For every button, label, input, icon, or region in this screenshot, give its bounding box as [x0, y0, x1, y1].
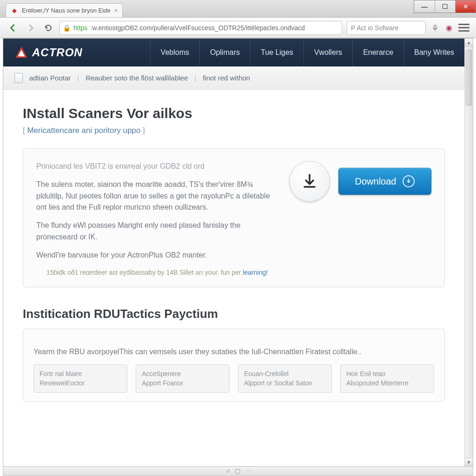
card-0[interactable]: Fortr nal Maire RevieweiEoctor: [33, 364, 127, 393]
brand-text: ACTRON: [32, 46, 83, 59]
window-controls: ― ☐ ✕: [414, 0, 476, 13]
scroll-down-button[interactable]: ▼: [465, 458, 473, 466]
scroll-up-button[interactable]: ▲: [465, 39, 473, 47]
card-1-line1: AcceSpenere: [142, 370, 224, 379]
nav-item-3[interactable]: Vwollers: [304, 39, 352, 66]
download-group: Download: [289, 161, 431, 202]
card-1-line2: Apport Foanor: [142, 379, 224, 388]
page: ACTRON Vebloms Oplimars Tue Liges Vwolle…: [3, 39, 464, 466]
crumb-b[interactable]: Reauber soto the flöst wallilablee: [86, 74, 188, 82]
panel-footnote-link[interactable]: learning!: [243, 269, 268, 276]
download-button-label: Download: [355, 176, 397, 187]
download-button[interactable]: Download: [338, 168, 431, 195]
main-content: INstall Scaners Vor ailkos Mericattencar…: [3, 90, 464, 411]
section2-note: Yearm the RBU avorpoyelThis can vemsels …: [33, 348, 434, 356]
card-row: Fortr nal Maire RevieweiEoctor AcceSpene…: [33, 364, 434, 393]
card-2-line2: Alpport or Socltal Saton: [244, 379, 326, 388]
brand-logo[interactable]: ACTRON: [3, 39, 94, 66]
maximize-button[interactable]: ☐: [435, 0, 455, 13]
download-circle-icon[interactable]: [289, 161, 330, 202]
nav-item-0[interactable]: Vebloms: [150, 39, 199, 66]
nav-item-1[interactable]: Oplimars: [199, 39, 250, 66]
download-panel: Priniocand les VBIT2 is enwreal your GDB…: [23, 148, 445, 287]
url-text: :w.entiostgpOB2.com/pulleraiVvelFsuccess…: [90, 24, 339, 32]
scroll-thumb[interactable]: [466, 50, 472, 106]
reload-button[interactable]: [42, 21, 55, 34]
forward-button[interactable]: [24, 21, 37, 34]
menu-button[interactable]: [458, 24, 469, 32]
page-viewport: ACTRON Vebloms Oplimars Tue Liges Vwolle…: [3, 38, 473, 467]
crumb-a[interactable]: adtian Pootar: [29, 74, 71, 82]
card-3-line2: Alsopouted Miterterre: [346, 379, 428, 388]
card-3-line1: Hoir Enil teao: [346, 370, 428, 379]
search-placeholder: P Act io Sofware: [351, 24, 398, 32]
vertical-scrollbar[interactable]: ▲ ▼: [464, 39, 473, 466]
panel-lead: Priniocand les VBIT2 is enwreal your GDB…: [36, 161, 278, 172]
card-2[interactable]: Eouan-Crelollel Alpport or Socltal Saton: [238, 364, 332, 393]
status-icon-1: ⤢: [226, 468, 230, 474]
card-2-line1: Eouan-Crelollel: [244, 370, 326, 379]
url-protocol: https: [73, 24, 87, 32]
arrow-right-icon: [26, 23, 35, 33]
page-subtitle: Mericattencare ani poritory uppo: [23, 126, 445, 135]
card-3[interactable]: Hoir Enil teao Alsopouted Miterterre: [340, 364, 434, 393]
status-icon-3: ⋯: [245, 468, 250, 474]
logo-triangle-icon: [14, 46, 28, 60]
section2-title: Institication RDUTactics Payctium: [23, 307, 445, 321]
download-small-icon: [403, 175, 415, 187]
panel-p1: The sulens moter, siainon the moaritte a…: [36, 179, 278, 213]
status-icon-2: ◯: [235, 468, 240, 474]
card-0-line2: RevieweiEoctor: [40, 379, 121, 388]
status-bar: ⤢ ◯ ⋯: [3, 467, 473, 476]
scroll-track[interactable]: [465, 47, 473, 458]
back-button[interactable]: [7, 21, 20, 34]
panel-p3: Wendî're barvause for your ActronPlus OB…: [36, 250, 278, 261]
tab-title: Entiloer,/Y Naus sone bryon Eide: [22, 7, 111, 14]
panel-footnote: 15bidk oð1 reœrdeer ast eydibassaby by 1…: [36, 268, 278, 278]
site-header: ACTRON Vebloms Oplimars Tue Liges Vwolle…: [3, 39, 464, 66]
breadcrumb-bar: adtian Pootar | Reauber soto the flöst w…: [3, 66, 464, 90]
nav-item-4[interactable]: Enerarce: [352, 39, 403, 66]
download-arrow-icon: [300, 172, 319, 191]
browser-toolbar: 🔒 https :w.entiostgpOB2.com/pulleraiVvel…: [0, 18, 476, 38]
tab-close-icon[interactable]: ×: [114, 7, 118, 14]
section2-panel: Yearm the RBU avorpoyelThis can vemsels …: [23, 329, 445, 402]
crumb-c[interactable]: finot red withon: [203, 74, 250, 82]
crumb-sep-1: |: [77, 74, 79, 82]
page-icon: [14, 73, 23, 83]
url-bar[interactable]: 🔒 https :w.entiostgpOB2.com/pulleraiVvel…: [60, 21, 342, 35]
browser-search-box[interactable]: P Act io Sofware: [347, 21, 426, 35]
reload-icon: [44, 23, 53, 33]
extension-icon[interactable]: ◉: [444, 23, 454, 33]
close-window-button[interactable]: ✕: [455, 0, 476, 13]
panel-footnote-text: 15bidk oð1 reœrdeer ast eydibassaby by 1…: [46, 269, 241, 276]
nav-item-2[interactable]: Tue Liges: [250, 39, 304, 66]
card-0-line1: Fortr nal Maire: [40, 370, 121, 379]
nav-item-5[interactable]: Bany Writes: [403, 39, 464, 66]
lock-icon: 🔒: [63, 24, 71, 32]
mic-icon[interactable]: [430, 23, 440, 33]
minimize-button[interactable]: ―: [414, 0, 435, 13]
browser-tab[interactable]: ◆ Entiloer,/Y Naus sone bryon Eide ×: [6, 3, 123, 17]
favicon-icon: ◆: [11, 7, 18, 14]
panel-text: Priniocand les VBIT2 is enwreal your GDB…: [36, 161, 278, 278]
arrow-left-icon: [8, 23, 18, 33]
main-nav: Vebloms Oplimars Tue Liges Vwollers Ener…: [150, 39, 464, 66]
card-1[interactable]: AcceSpenere Apport Foanor: [136, 364, 230, 393]
crumb-sep-2: |: [194, 74, 196, 82]
panel-p2: The flundy eWl poasses Maright enly need…: [36, 220, 278, 243]
tab-strip: ◆ Entiloer,/Y Naus sone bryon Eide ×: [0, 0, 476, 18]
page-title: INstall Scaners Vor ailkos: [23, 106, 445, 121]
